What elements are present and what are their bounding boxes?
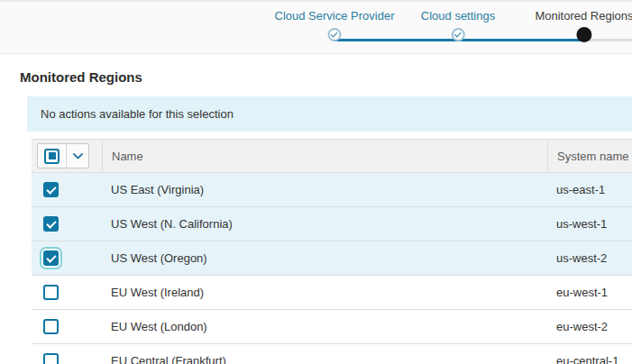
row-checkbox[interactable] <box>43 182 59 197</box>
stepper-step-marker-icon <box>577 27 592 42</box>
row-checkbox-cell <box>32 353 102 364</box>
row-checkbox-cell <box>32 216 102 232</box>
region-name: US East (Virginia) <box>102 183 547 196</box>
region-system-name: us-east-1 <box>547 183 632 196</box>
selection-menu-button[interactable] <box>67 153 88 159</box>
table-row[interactable]: EU Central (Frankfurt) eu-central-1 <box>32 344 632 364</box>
row-checkbox-cell <box>32 182 102 197</box>
table-row[interactable]: US East (Virginia) us-east-1 <box>32 173 632 207</box>
regions-table: Name System name US East (Virginia) us-e… <box>32 139 632 364</box>
chevron-down-icon <box>73 153 83 159</box>
stepper-step[interactable]: Cloud Service Provider <box>275 9 395 41</box>
table-row[interactable]: EU West (Ireland) eu-west-1 <box>32 276 632 310</box>
region-name: US West (N. California) <box>102 217 547 231</box>
row-checkbox-cell <box>32 319 102 334</box>
region-name: US West (Oregon) <box>102 251 547 265</box>
region-name: EU West (Ireland) <box>102 286 547 299</box>
stepper-step-label: Cloud Service Provider <box>275 9 395 23</box>
column-header-name[interactable]: Name <box>102 140 547 172</box>
table-row[interactable]: EU West (London) eu-west-2 <box>32 310 632 344</box>
stepper-step-marker-icon <box>451 28 464 41</box>
stepper-step-label: Cloud settings <box>421 9 495 23</box>
table-row[interactable]: US West (N. California) us-west-1 <box>32 207 632 241</box>
select-all-group <box>37 143 89 168</box>
region-name: EU West (London) <box>102 320 547 333</box>
wizard-screen: Cloud Service Provider Cloud settings Mo… <box>0 0 632 364</box>
region-system-name: eu-west-1 <box>547 286 632 299</box>
region-system-name: eu-west-2 <box>547 320 632 333</box>
region-system-name: us-west-1 <box>547 217 632 231</box>
stepper-step[interactable]: Monitored Regions <box>535 9 632 42</box>
page-title: Monitored Regions <box>20 69 632 85</box>
stepper-step-label: Monitored Regions <box>535 9 632 23</box>
stepper-step-marker-icon <box>327 28 341 41</box>
select-all-cell <box>32 143 102 168</box>
row-checkbox-cell <box>32 250 102 266</box>
column-header-system-name[interactable]: System name <box>547 140 632 172</box>
wizard-stepper: Cloud Service Provider Cloud settings Mo… <box>0 0 632 54</box>
info-bar: No actions available for this selection <box>27 96 632 132</box>
select-all-checkbox[interactable] <box>44 149 60 164</box>
row-checkbox-cell <box>32 285 102 300</box>
stepper-step[interactable]: Cloud settings <box>421 9 495 41</box>
table-row[interactable]: US West (Oregon) us-west-2 <box>32 241 632 276</box>
region-system-name: us-west-2 <box>547 251 632 265</box>
row-checkbox[interactable] <box>43 319 59 334</box>
region-name: EU Central (Frankfurt) <box>102 354 547 364</box>
row-checkbox[interactable] <box>43 285 59 300</box>
info-bar-message: No actions available for this selection <box>41 107 234 121</box>
row-checkbox[interactable] <box>43 216 59 232</box>
row-checkbox[interactable] <box>43 250 59 266</box>
row-checkbox[interactable] <box>43 353 59 364</box>
region-system-name: eu-central-1 <box>547 354 632 364</box>
table-header-row: Name System name <box>32 139 632 173</box>
